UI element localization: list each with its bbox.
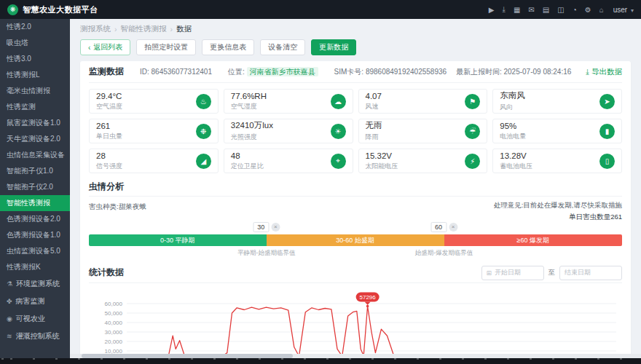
sidebar-item[interactable]: 天牛监测设备2.0 [0,131,70,147]
stats-section-header: 统计数据 ⊞ 开始日期 至 结束日期 [89,263,622,283]
image-icon[interactable]: ▤ [543,6,549,14]
app-logo-icon: ❋ [7,4,18,15]
svg-text:40,000: 40,000 [105,320,123,326]
metric-tile: 77.6%RH空气湿度☁ [224,89,353,114]
daily-count-text: 单日害虫数量261 [494,213,622,222]
monitor-icon[interactable]: ◫ [557,6,564,14]
sidebar-item[interactable]: 智能孢子仪1.0 [0,163,70,179]
metric-tile: 261单日虫量❉ [89,119,219,143]
insect-count-icon: ❉ [196,124,211,139]
sidebar-item[interactable]: 性诱3.0 [0,51,70,67]
metric-tile: 15.32V太阳能电压⚡ [358,149,488,173]
start-date-input[interactable]: ⊞ 开始日期 [481,266,544,280]
back-arrow-icon: ‹ [88,44,90,52]
gear-icon[interactable]: ⚙ [585,6,591,14]
sidebar-item-label: 智能孢子仪2.0 [7,183,53,191]
device-location: 位置: 河南省新乡市获嘉县 [228,67,318,77]
play-icon[interactable]: ▶ [489,6,495,14]
button-label: 更换信息表 [210,42,246,52]
sidebar-item[interactable]: 性诱2.0 [0,19,70,35]
metric-value: 261 [96,122,122,130]
metric-text: 261单日虫量 [96,122,122,141]
breadcrumb: 测报系统›智能性诱测报›数据 [70,19,641,38]
pest-stage-band: ≥60 爆发期 [444,234,622,246]
sidebar-item[interactable]: 虫情信息采集设备 [0,147,70,163]
breadcrumb-item[interactable]: 智能性诱测报 [121,24,167,34]
metric-tile: 东南风风向➤ [492,89,622,114]
photo-timer-button[interactable]: 拍照定时设置 [136,39,196,55]
bell-icon[interactable]: ◔ [573,6,577,14]
camera-icon: ◉ [7,311,12,327]
sidebar-item[interactable]: 性诱监测 [0,99,70,115]
pest-stage-band: 0-30 平静期 [89,234,267,246]
button-label: 设备清空 [268,42,297,52]
breadcrumb-item[interactable]: 测报系统 [80,24,111,34]
threshold-tag[interactable]: 30× [253,222,280,232]
battery-icon: ▮ [599,124,615,139]
band-caption: 始盛期-爆发期临界值 [415,249,473,258]
sidebar-section-item[interactable]: ✤病害监测 [0,293,70,310]
sidebar-item[interactable]: 色诱测报设备1.0 [0,227,70,243]
breadcrumb-separator-icon: › [114,25,117,33]
save-icon[interactable]: ⤓ [503,5,506,14]
metric-text: 13.28V蓄电池电压 [500,151,532,171]
sidebar-item[interactable]: 色诱测报设备2.0 [0,211,70,227]
breadcrumb-item[interactable]: 数据 [176,24,192,34]
sidebar-item[interactable]: 鼠害监测设备1.0 [0,115,70,131]
sidebar-item[interactable]: 性诱测报L [0,67,70,83]
sidebar-section-item[interactable]: ◉可视农业 [0,310,70,328]
device-clear-button[interactable]: 设备清空 [260,39,305,55]
metric-label: 风速 [366,102,382,111]
threshold-remove-icon[interactable]: × [271,223,280,232]
export-label: 导出数据 [591,67,622,77]
solar-voltage-icon: ⚡ [465,154,480,169]
svg-text:60,000: 60,000 [105,301,123,307]
sidebar-item[interactable]: 吸虫塔 [0,35,70,51]
disease-icon: ✤ [7,293,12,309]
stats-chart[interactable]: 010,00020,00030,00040,00050,00060,000202… [89,285,622,354]
sidebar-item[interactable]: 智能孢子仪2.0 [0,179,70,195]
advice-text: 处理意见:目前处在爆发期,请尽快采取措施 [494,201,622,210]
content-card: 监测数据 ID: 864536077312401 位置: 河南省新乡市获嘉县 S… [80,61,631,354]
back-button[interactable]: ‹返回列表 [80,39,130,55]
update-data-button[interactable]: 更新数据 [311,39,356,55]
sidebar-item[interactable]: 虫情监测设备5.0 [0,243,70,259]
replace-info-button[interactable]: 更换信息表 [202,39,254,55]
user-menu[interactable]: user ▾ [613,6,634,14]
metric-text: 48定位卫星比 [231,151,264,171]
metric-value: 28 [96,151,122,160]
metric-tile: 29.4°C空气温度♨ [89,89,219,114]
signal-icon: ◢ [196,154,211,169]
metric-label: 信号强度 [96,162,122,171]
advice-block: 处理意见:目前处在爆发期,请尽快采取措施 单日害虫数量261 [494,201,622,222]
sidebar-section-item[interactable]: ≋灌溉控制系统 [0,328,70,345]
report-time: 最新上报时间: 2025-07-09 08:24:16 [456,67,571,77]
wind-speed-icon: ⚑ [465,94,480,109]
sim-number: SIM卡号: 89860849192402558936 [334,67,447,77]
svg-text:57296: 57296 [359,294,376,301]
apps-icon[interactable]: ▦ [514,6,520,14]
threshold-remove-icon[interactable]: × [449,223,457,232]
threshold-tag[interactable]: 60× [430,222,457,232]
end-date-placeholder: 结束日期 [565,268,591,277]
export-data-button[interactable]: ⤓ 导出数据 [586,67,622,77]
header-icon-group: ▶⤓▦✉▤◫◔⚙⌂ [481,5,604,14]
sidebar-item[interactable]: 毫米虫情测报 [0,83,70,99]
metric-tile: 4.07风速⚑ [358,89,488,114]
metric-value: 无雨 [366,120,382,131]
user-label: user [613,6,627,14]
metric-text: 32410万lux光照强度 [231,120,273,142]
mail-icon[interactable]: ✉ [528,6,534,14]
svg-text:20,000: 20,000 [105,339,123,345]
sidebar-item-label: 病害监测 [16,293,45,309]
sidebar-section-item[interactable]: ⚗环境监测系统 [0,275,70,293]
calendar-icon: ⊞ [487,269,492,277]
end-date-input[interactable]: 结束日期 [559,266,622,280]
home-icon[interactable]: ⌂ [599,6,604,14]
sidebar-item[interactable]: 智能性诱测报 [0,195,70,211]
download-icon: ⤓ [586,67,589,76]
metric-label: 风向 [500,103,525,112]
sidebar-item[interactable]: 性诱测报K [0,259,70,275]
metric-text: 15.32V太阳能电压 [366,151,398,171]
monitor-section-header: 监测数据 ID: 864536077312401 位置: 河南省新乡市获嘉县 S… [89,61,622,83]
